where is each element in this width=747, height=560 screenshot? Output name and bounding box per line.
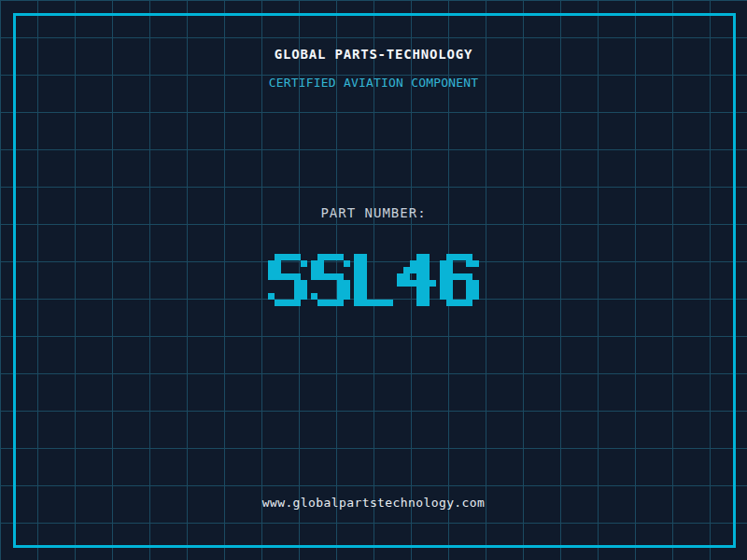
part-number-label: PART NUMBER:	[0, 205, 747, 220]
certification-label: CERTIFIED AVIATION COMPONENT	[0, 76, 747, 90]
part-number-display	[268, 254, 479, 306]
website-url: www.globalpartstechnology.com	[0, 496, 747, 510]
part-number-section	[0, 254, 747, 310]
certificate-screen: GLOBAL PARTS-TECHNOLOGY CERTIFIED AVIATI…	[0, 0, 747, 560]
company-name: GLOBAL PARTS-TECHNOLOGY	[0, 47, 747, 62]
